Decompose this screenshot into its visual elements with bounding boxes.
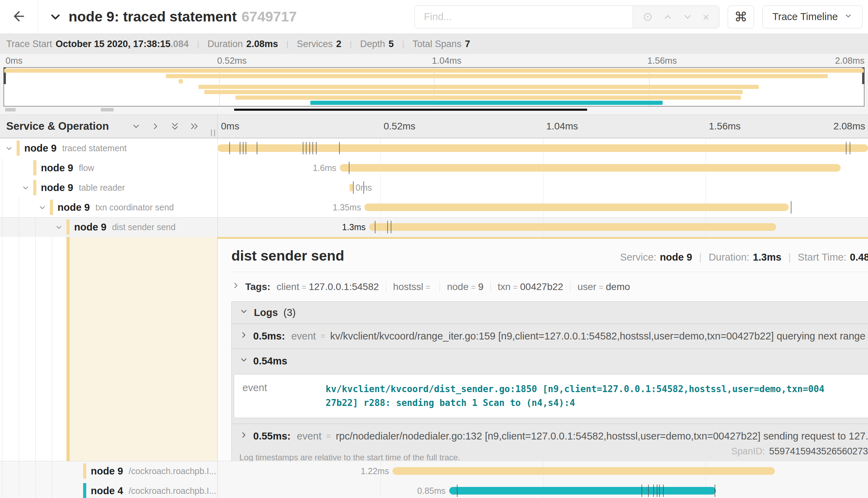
- tag-value: demo: [606, 281, 630, 292]
- scrubber-range[interactable]: [234, 109, 587, 111]
- expand-one-icon[interactable]: [151, 121, 160, 131]
- collapse-one-icon[interactable]: [131, 121, 141, 131]
- find-input[interactable]: [415, 6, 632, 28]
- span-row-timeline-cell[interactable]: 1.3ms: [218, 217, 868, 237]
- collapse-all-icon[interactable]: [170, 121, 180, 131]
- back-button[interactable]: [0, 0, 38, 34]
- span-duration-bar[interactable]: [392, 467, 775, 475]
- span-name[interactable]: node 9flow: [41, 158, 94, 178]
- span-row-timeline-cell[interactable]: 0.85ms: [218, 481, 868, 498]
- span-operation-name: traced statement: [62, 143, 126, 153]
- span-toggle-chevron-icon[interactable]: [55, 223, 63, 232]
- span-row[interactable]: node 9dist sender send1.3ms: [0, 217, 868, 237]
- span-name[interactable]: node 9table reader: [41, 178, 125, 198]
- span-service-name: node 4: [91, 485, 123, 497]
- selected-span-color-strip: [67, 237, 70, 461]
- log-marker-tick: [391, 221, 391, 233]
- span-duration-bar[interactable]: [364, 203, 788, 211]
- clear-find-icon[interactable]: ×: [702, 11, 709, 23]
- log-marker-tick: [715, 485, 715, 497]
- span-row-timeline-cell[interactable]: [218, 138, 868, 158]
- span-row-name-cell[interactable]: node 9traced statement: [0, 138, 218, 158]
- span-row-name-cell[interactable]: node 9table reader: [0, 178, 218, 198]
- span-row-timeline-cell[interactable]: 0ms: [218, 178, 868, 198]
- log-marker-tick: [653, 485, 654, 497]
- indent-guide: [52, 461, 52, 481]
- timeline-tick-label: 1.56ms: [709, 121, 741, 132]
- minimap-span-bar: [166, 74, 828, 78]
- span-name[interactable]: node 9txn coordinator send: [57, 198, 174, 217]
- span-duration-bar[interactable]: [349, 184, 353, 191]
- keyboard-shortcuts-button[interactable]: ⌘: [728, 6, 754, 28]
- span-row-name-cell[interactable]: node 9dist sender send: [0, 217, 218, 237]
- span-rows-bottom: node 9/cockroach.roachpb.I...1.22msnode …: [0, 461, 868, 498]
- span-duration-label: 0.85ms: [417, 481, 446, 498]
- log-marker-tick: [663, 485, 664, 497]
- span-operation-name: flow: [79, 163, 94, 173]
- log-field-value: kv/kvclient/kvcoord/range_iter.go:159 [n…: [330, 331, 868, 342]
- prev-match-icon[interactable]: [663, 12, 673, 22]
- scrubber-handle[interactable]: [101, 108, 114, 111]
- tag-separator: [386, 282, 386, 292]
- summary-separator: |: [197, 39, 199, 49]
- collapse-controls: [131, 121, 199, 131]
- log-marker-tick: [349, 162, 349, 174]
- tag-item[interactable]: node=9: [447, 281, 483, 292]
- span-row[interactable]: node 9traced statement: [0, 138, 868, 158]
- span-row-timeline-cell[interactable]: 1.35ms: [218, 198, 868, 217]
- log-entry-header[interactable]: 0.54ms: [232, 349, 868, 373]
- minimap-canvas[interactable]: [3, 67, 865, 107]
- span-name[interactable]: node 4/cockroach.roachpb.I...: [91, 481, 216, 498]
- log-marker-tick: [306, 142, 307, 154]
- trace-view-selector[interactable]: Trace Timeline: [762, 6, 862, 28]
- tag-item[interactable]: client=127.0.0.1:54582: [277, 281, 379, 292]
- span-duration-bar[interactable]: [449, 487, 716, 495]
- span-row[interactable]: node 9flow1.6ms: [0, 158, 868, 178]
- log-marker-tick: [648, 485, 649, 497]
- span-row-name-cell[interactable]: node 4/cockroach.roachpb.I...: [0, 481, 218, 498]
- span-row[interactable]: node 9txn coordinator send1.35ms: [0, 198, 868, 217]
- span-row[interactable]: node 9table reader0ms: [0, 178, 868, 198]
- span-row-name-cell[interactable]: node 9txn coordinator send: [0, 198, 218, 217]
- span-color-bar: [17, 141, 20, 156]
- tags-row[interactable]: Tags:client=127.0.0.1:54582hostssl=node=…: [231, 281, 868, 292]
- span-row[interactable]: node 4/cockroach.roachpb.I...0.85ms: [0, 481, 868, 498]
- column-resizer-handle[interactable]: [211, 129, 215, 136]
- span-color-bar: [50, 200, 53, 215]
- summary-label: Depth: [360, 39, 385, 49]
- log-entry-header[interactable]: 0.55ms:event=rpc/nodedialer/nodedialer.g…: [232, 424, 868, 449]
- span-row-name-cell[interactable]: node 9flow: [0, 158, 218, 178]
- span-meta-item: Service:node 9: [620, 252, 692, 263]
- span-name[interactable]: node 9traced statement: [24, 138, 127, 158]
- span-name[interactable]: node 9dist sender send: [74, 217, 176, 237]
- log-timestamp: 0.55ms:: [253, 431, 291, 442]
- span-row[interactable]: node 9/cockroach.roachpb.I...1.22ms: [0, 461, 868, 481]
- indent-guide: [2, 178, 2, 198]
- service-operation-column-header: Service & Operation: [0, 115, 218, 138]
- span-duration-bar[interactable]: [340, 164, 841, 172]
- span-name[interactable]: node 9/cockroach.roachpb.I...: [91, 461, 216, 481]
- summary-value: 5: [389, 39, 394, 49]
- tag-key: hostssl: [393, 281, 423, 292]
- tag-item[interactable]: txn=00427b22: [498, 281, 563, 292]
- next-match-icon[interactable]: [682, 12, 693, 22]
- log-field-value: rpc/nodedialer/nodedialer.go:132 [n9,cli…: [336, 431, 868, 442]
- collapse-trace-chevron-icon[interactable]: [48, 10, 62, 24]
- span-row-timeline-cell[interactable]: 1.22ms: [218, 461, 868, 481]
- span-row-timeline-cell[interactable]: 1.6ms: [218, 158, 868, 178]
- span-row-name-cell[interactable]: node 9/cockroach.roachpb.I...: [0, 461, 218, 481]
- logs-header[interactable]: Logs(3): [232, 302, 868, 324]
- span-duration-bar[interactable]: [369, 223, 777, 231]
- expand-all-icon[interactable]: [189, 121, 199, 131]
- span-duration-bar[interactable]: [218, 144, 868, 152]
- indent-guide: [19, 461, 19, 481]
- log-marker-tick: [850, 142, 850, 154]
- tag-item[interactable]: hostssl=: [393, 281, 433, 292]
- span-toggle-chevron-icon[interactable]: [38, 203, 46, 212]
- span-toggle-chevron-icon[interactable]: [5, 144, 13, 153]
- tag-item[interactable]: user=demo: [577, 281, 630, 292]
- log-entry-header[interactable]: 0.5ms:event=kv/kvclient/kvcoord/range_it…: [232, 324, 868, 348]
- span-toggle-chevron-icon[interactable]: [21, 184, 30, 192]
- scrubber-handle[interactable]: [5, 108, 16, 111]
- match-target-icon[interactable]: [643, 12, 653, 22]
